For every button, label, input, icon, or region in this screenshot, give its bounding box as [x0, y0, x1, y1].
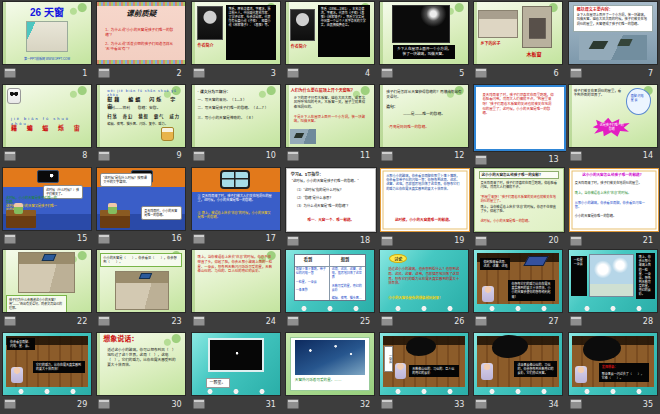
slide-cell: 晚上，当你被逼着上床去“休息”的时候，你忍不住伸直了头，仰起了脸，你会从那小玻璃… [189, 248, 283, 331]
slide-thumbnail[interactable]: 想象说话：透过这小小的玻璃，你可以想象到风（ ）地吹过了这个世界，这雨（ ），这… [97, 333, 185, 395]
summary-text: 乡下人在屋顶上面开了一个小方洞，装一块玻璃，叫做天窗。碰着大风大雨的时候，孩子们… [577, 13, 649, 26]
slide-number: 2 [176, 69, 181, 78]
slide-thumbnail[interactable]: · 课文分为三部分：一、写天窗的来历。（ 1—3 ）二、写天窗是孩子们唯一的慰藉… [192, 85, 280, 147]
slide-thumbnail[interactable]: 晚上，当你被逼着上床去“休息”的时候，你忍不住伸直了头，仰起了脸，你会从那小玻璃… [192, 250, 280, 312]
slide-thumbnail[interactable]: 一颗星。 [192, 333, 280, 395]
slide-label-bar: 21 [569, 232, 657, 249]
characters-row: 藉 蝙 蝠 烁 宙 [11, 124, 89, 132]
line-2: ② 晚上，被逼着上床去“休息”的时候，小小的天窗又是唯一的慰藉。 [198, 211, 274, 220]
slide-cell: 学习4、5节指导：“这时候，小小的天窗是孩子们唯一的慰藉。”（1）“这时候”指的… [283, 166, 377, 249]
slide-label-bar: 5 [380, 64, 468, 82]
slide-thumbnail[interactable]: 课前质疑1、为什么说“小小的天窗是孩子们唯一的慰藉”？2、为什么说“活泼会想的孩… [97, 2, 185, 64]
child-cartoon [11, 367, 23, 383]
vertical-label: 一朵云 [384, 346, 393, 372]
transition-icon [381, 399, 393, 409]
slide-cell: 孩子们是怎样从天窗获得慰藉的？用横线划出有关语句。造句：——是——唯一的慰藉。·… [377, 83, 471, 166]
slide-thumbnail[interactable]: 一粒星 一朵云晚上，你会从那小玻璃上面的一粒星、一朵云，想象到无数可爱的星，奇幻… [569, 250, 657, 312]
slide-thumbnail[interactable]: 学习4、5节指导：“这时候，小小的天窗是孩子们唯一的慰藉。”（1）“这时候”指的… [286, 168, 376, 232]
slide-cell: 26 天窗第一PPT模板网 WWW.1PPT.COM1 [0, 0, 94, 83]
slide-thumbnail[interactable]: 乡下人在屋顶上面开一个小方洞，装了一块玻璃，叫做天窗。 [380, 2, 468, 64]
transition-icon [475, 236, 487, 246]
slide-thumbnail[interactable]: ① 夏天阵雨来了时，孩子们被大人们关在地洞似的屋里，这时候，小小的天窗是唯一的慰… [192, 168, 280, 230]
slide-thumbnail[interactable]: jiè biān fú shuò zhòu藉 蝙 蝠 烁 宙 [3, 85, 91, 147]
slide-thumbnail[interactable]: 讨论透过这小小的玻璃，他会想到些什么？他想到这雨、这风、这雷、这电，怎样猛厉地扫… [380, 250, 468, 312]
slide-cell: 乡下的房子木板窗6 [471, 0, 565, 83]
transition-icon [381, 68, 393, 78]
slide-thumbnail[interactable]: 作者简介茅盾（1896—1981），本名沈德鸿，字雁冰。代表作《子夜》《春蚕》《… [286, 2, 374, 64]
slide-number: 15 [77, 234, 87, 243]
paragraph-text: 从那小小的玻璃，你会看见雨脚在那里卜落卜落跳，你会看见带子似的闪电一瞥；你想象到… [386, 174, 461, 191]
task-text: 孩子们是怎样从天窗获得慰藉的？用横线划出有关语句。 [386, 90, 462, 100]
slide-label-bar: 9 [97, 147, 185, 165]
slide-cell: 看到想到雨脚卜落卜落跳，带子似的闪电一瞥 一粒星，一朵云 一条黑影这雨、这风、这… [283, 248, 377, 331]
slide-thumbnail[interactable]: 乡下的房子木板窗 [474, 2, 562, 64]
slide-thumbnail[interactable]: 天窗外闪烁着可爱的星。…… [286, 333, 374, 395]
bubble-text: 雨脚 闪电 星 云 [631, 94, 647, 102]
slide-number: 31 [266, 400, 276, 409]
table-column: 这雨、这风、这雷、这电，猛厉地扫荡了这世界 无数可爱的星，奇幻的云彩 蝙蝠、夜莺… [332, 267, 364, 299]
slide-thumbnail[interactable]: wèi jiè biān fú shǎn shuò yǔ zhòu慰藉 蝙蝠 闪… [97, 85, 185, 147]
slide-thumbnail[interactable]: 孩子们是怎样从天窗获得慰藉的？用横线划出有关语句。造句：——是——唯一的慰藉。·… [380, 85, 468, 147]
transition-icon [4, 399, 16, 409]
slide-thumbnail[interactable]: 一朵云无数像山似的、马似的、巨人似的奇幻的云彩 [380, 333, 468, 395]
slide-thumbnail[interactable]: 这小小的天窗怎么给孩子唯一的安慰？夏天阵雨来了时，孩子们顶喜欢在雨里跑跳，仰着脸… [474, 168, 564, 232]
slide-thumbnail[interactable]: “这时候”是指什么时候？按照课文中的文字填空。夏天阵雨时，小小的天窗是唯一的慰藉… [97, 168, 185, 230]
child-cartoon [482, 286, 494, 302]
slide-cell: jiè biān fú shuò zhòu藉 蝙 蝠 烁 宙8 [0, 83, 94, 166]
child-cartoon [14, 203, 23, 214]
caption-box: 无数像山似的、马似的、巨人似的奇幻的云彩 [409, 365, 459, 377]
slide-thumbnail[interactable]: 这小小的天窗怎么给孩子唯一的慰藉？夏天阵雨来了时，孩子们被关在地洞似的屋里。晚上… [569, 168, 659, 232]
fill-blank-box: 小小的天窗是（ ）。你会看见（ ），你会想到（ ）。 [100, 253, 182, 267]
slide-number: 5 [459, 69, 464, 78]
slide-thumbnail[interactable]: 从那小小的玻璃，你会看见雨脚在那里卜落卜落跳，你会看见带子似的闪电一瞥；你想象到… [380, 168, 470, 232]
slide-thumbnail[interactable]: 26 天窗第一PPT模板网 WWW.1PPT.COM [3, 2, 91, 64]
discussion-badge: 讨论 [389, 254, 407, 263]
slide-cell: 发挥想象：那朵黑云一闪过去了（ ），它像（ ）。35 [566, 331, 660, 414]
child-cartoon [575, 366, 587, 383]
slide-label-bar: 10 [192, 147, 280, 165]
slide-thumbnail[interactable]: 仰起脸来看这雨、这风、这雷、这电你想象它们的威力比你在露天真实感到的要大十倍百倍… [474, 250, 562, 312]
body-text: 夏天阵雨来了时，孩子们顶喜欢在雨里跑跳，仰着脸看闪电，然而大人们偏就不许。 [480, 181, 558, 190]
slide-thumbnail[interactable]: 人们为什么要在屋顶上开个天窗呢？乡下的房子只有木板窗。碰着大风大雨，或者北风呼呼… [286, 85, 374, 147]
question-title: 人们为什么要在屋顶上开个天窗呢？ [291, 88, 369, 93]
body-text: “到屋里来呀！”孩子们跟着木板窗的关闭也就被关在地洞似的屋里了。 [480, 195, 558, 204]
slide-thumbnail[interactable]: 概括课文主要内容：乡下人在屋顶上面开了一个小方洞，装一块玻璃，叫做天窗。碰着大风… [569, 2, 657, 64]
slide-thumbnail[interactable]: 这时候（什么时候？）孩子们被关了。这时候，小小的天窗是孩子们唯一的慰藉。这时候，… [3, 168, 91, 230]
slide-thumbnail[interactable]: 孩子们为什么会感谢这小小的天窗？用“——”画出有关语句，同桌交流自己的理解。 [3, 250, 91, 312]
slide-label-bar: 3 [192, 64, 280, 82]
slide-thumbnail[interactable]: 你会看见雨脚、闪电、星、云。它们的威力，比你在露天真实感到的要大十倍百倍！ [3, 333, 91, 395]
slide-thumbnail[interactable]: 孩子们被关在黑洞似的屋里，看不到外面的世界了。雨脚 闪电 星 云这是孩子们唯一的… [569, 85, 657, 147]
transition-icon [98, 316, 110, 326]
slide-thumbnail[interactable]: 小小的天窗是（ ）。你会看见（ ），你会想到（ ）。 [97, 250, 185, 312]
caption-text: 天窗外闪烁着可爱的星。…… [295, 378, 365, 383]
slide-cell: · 课文分为三部分：一、写天窗的来历。（ 1—3 ）二、写天窗是孩子们唯一的慰藉… [189, 83, 283, 166]
slide-label-bar: 35 [569, 395, 657, 413]
slide-title: 这小小的天窗怎么给孩子唯一的安慰？ [479, 171, 559, 180]
slide-label-bar: 33 [380, 395, 468, 413]
slide-cell: 乡下人在屋顶上面开一个小方洞，装了一块玻璃，叫做天窗。5 [377, 0, 471, 83]
slide-cell: 孩子们为什么会感谢这小小的天窗？用“——”画出有关语句，同桌交流自己的理解。22 [0, 248, 94, 331]
slide-number: 3 [271, 69, 276, 78]
body-text: 晚上，当你被逼着上床去“休息”的时候，你忍不住伸直了头，仰起了脸。 [480, 205, 558, 214]
caption-box: 一粒星 一朵云 [571, 256, 587, 296]
question-item: （1）“这时候”指的是什么时候？ [295, 188, 370, 193]
slide-cell: 讨论透过这小小的玻璃，他会想到些什么？他想到这雨、这风、这雷、这电，怎样猛厉地扫… [377, 248, 471, 331]
slide-number: 7 [648, 69, 653, 78]
skylight-window [220, 170, 250, 189]
slide-thumbnail[interactable]: 作者简介茅盾，原名沈德鸿，字雁冰，浙江桐乡人。中国现代著名作家、文学评论家、社会… [192, 2, 280, 64]
watermark-text: 第一PPT模板网 WWW.1PPT.COM [3, 57, 91, 61]
transition-icon [287, 236, 299, 246]
slide-cell: 想象说话：透过这小小的玻璃，你可以想象到风（ ）地吹过了这个世界，这雨（ ），这… [94, 331, 188, 414]
highlight-text: 这时候，小小的天窗是唯一的慰藉。 [480, 219, 558, 223]
slide-title: 概括课文主要内容： [577, 7, 649, 12]
slide-thumbnail[interactable]: 看到想到雨脚卜落卜落跳，带子似的闪电一瞥 一粒星，一朵云 一条黑影这雨、这风、这… [286, 250, 374, 312]
slide-thumbnail[interactable]: 夏天阵雨来了时，孩子们顶喜欢在雨里跑跳，仰着脸看闪电，然而大人们偏就不许，“到屋… [474, 85, 565, 151]
body-text: 孩子们被关在黑洞似的屋里，看不到外面的世界了。 [574, 89, 624, 98]
slide-cell: 这时候（什么时候？）孩子们被关了。这时候，小小的天窗是孩子们唯一的慰藉。这时候，… [0, 166, 94, 249]
task-label: 造句： [386, 105, 462, 110]
slide-number: 8 [82, 151, 87, 160]
transition-icon [98, 68, 110, 78]
slide-number: 10 [266, 151, 276, 160]
slide-thumbnail[interactable]: 这朵黑云像山似的、马似的，你会想象到无数奇幻的云彩，它们掠过天窗。 [474, 333, 562, 395]
slide-thumbnail[interactable]: 发挥想象：那朵黑云一闪过去了（ ），它像（ ）。 [569, 333, 657, 395]
